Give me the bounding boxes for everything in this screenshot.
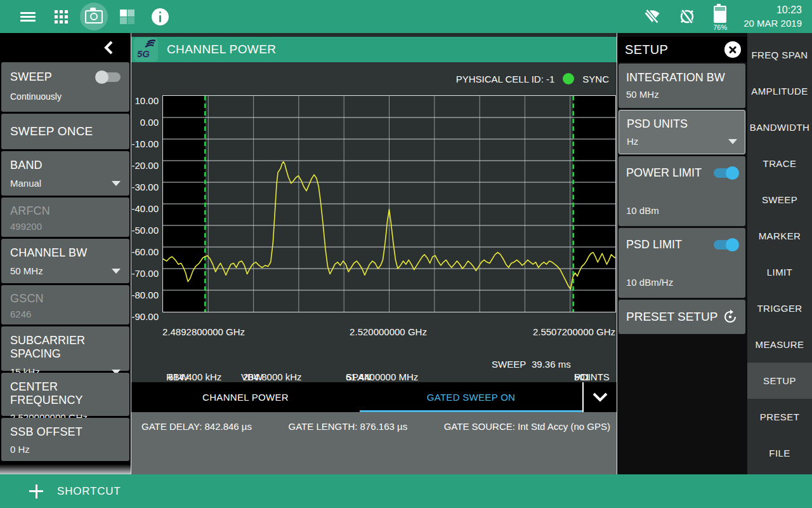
y-axis-labels: 10.000.00-10.00-20.00-30.00-40.00-50.00-… — [131, 95, 162, 311]
power-limit-field[interactable]: POWER LIMIT 10 dBm — [619, 156, 745, 226]
freq-center-label: 2.520000000 GHz — [350, 326, 427, 337]
band-dropdown[interactable]: BAND Manual — [1, 151, 129, 196]
arfcn-value: 499200 — [10, 221, 121, 232]
menu-item-marker[interactable]: MARKER — [747, 218, 812, 254]
close-icon[interactable] — [724, 41, 741, 58]
sync-label: SYNC — [582, 74, 609, 84]
page-title: CHANNEL POWER — [167, 43, 276, 57]
sidebar-item-sweep[interactable]: SWEEP Continuously — [1, 62, 129, 112]
sweep-mode: Continuously — [10, 91, 121, 102]
sweep-time-value: 39.36 ms — [532, 359, 571, 370]
hamburger-menu-icon[interactable] — [11, 0, 44, 33]
menu-item-file[interactable]: FILE — [747, 435, 812, 471]
subcarrier-spacing-dropdown[interactable]: SUBCARRIER SPACING 15 kHz — [1, 326, 129, 371]
menu-item-limit[interactable]: LIMIT — [747, 254, 812, 290]
gate-length: GATE LENGTH: 876.163 µs — [289, 421, 408, 432]
sync-status-icon — [563, 73, 574, 84]
battery-indicator: 76% — [713, 6, 727, 31]
center-frequency-field[interactable]: CENTER FREQUENCY 2.520000000 GHz — [1, 373, 129, 416]
sweep-once-button[interactable]: SWEEP ONCE — [1, 114, 129, 149]
psd-limit-value: 10 dBm/Hz — [626, 277, 673, 288]
y-tick-label: -80.00 — [131, 290, 159, 300]
chevron-down-icon — [112, 181, 121, 186]
y-tick-label: 0.00 — [140, 117, 159, 128]
ssb-offset-value: 0 Hz — [10, 444, 121, 455]
chevron-down-icon — [728, 139, 737, 144]
menu-item-sweep[interactable]: SWEEP — [747, 182, 812, 218]
y-tick-label: 10.00 — [134, 96, 159, 106]
sidebar-scroll-fade — [0, 464, 131, 474]
window-tiles-icon[interactable] — [110, 0, 143, 33]
tabs-expand-button[interactable] — [582, 382, 617, 412]
info-icon[interactable] — [143, 0, 176, 33]
top-status-bar: 76% 10:23 20 MAR 2019 — [0, 0, 812, 33]
clock: 10:23 20 MAR 2019 — [743, 4, 802, 29]
channel-bw-value: 50 MHz — [10, 265, 43, 276]
battery-percent: 76% — [713, 23, 727, 31]
chevron-left-icon — [102, 39, 115, 56]
screenshot-camera-icon[interactable] — [77, 0, 110, 33]
gate-info-bar: GATE DELAY: 842.846 µs GATE LENGTH: 876.… — [131, 412, 617, 474]
y-tick-label: -50.00 — [131, 225, 159, 236]
sidebar-collapse-button[interactable] — [0, 33, 131, 62]
power-limit-toggle[interactable] — [714, 168, 738, 178]
sync-off-icon[interactable] — [678, 7, 697, 26]
shortcut-label[interactable]: SHORTCUT — [57, 485, 121, 498]
5g-nr-icon: 5G — [134, 37, 158, 62]
integration-bw-field[interactable]: INTEGRATION BW 50 MHz — [619, 64, 745, 108]
menu-item-amplitude[interactable]: AMPLITUDE — [747, 73, 812, 109]
gscn-value: 6246 — [10, 309, 121, 319]
chevron-down-icon — [112, 269, 121, 274]
ssb-offset-field[interactable]: SSB OFFSET 0 Hz — [1, 418, 129, 461]
time: 10:23 — [743, 4, 802, 17]
measurement-panel: 5G CHANNEL POWER PYHSICAL CELL ID: -1 SY… — [131, 33, 617, 474]
chevron-down-icon — [592, 392, 608, 402]
preset-setup-button[interactable]: PRESET SETUP — [619, 300, 745, 334]
menu-item-setup[interactable]: SETUP — [747, 363, 812, 399]
menu-item-preset[interactable]: PRESET — [747, 399, 812, 435]
menu-item-bandwidth[interactable]: BANDWIDTH — [747, 109, 812, 145]
y-tick-label: -30.00 — [131, 182, 159, 192]
setup-panel: SETUP INTEGRATION BW 50 MHz PSD UNITS Hz… — [617, 33, 747, 474]
setup-panel-title: SETUP — [625, 43, 668, 57]
y-tick-label: -60.00 — [131, 247, 159, 257]
psd-units-value: Hz — [627, 136, 638, 147]
menu-item-measure[interactable]: MEASURE — [747, 326, 812, 363]
plus-icon[interactable] — [29, 485, 43, 498]
power-limit-value: 10 dBm — [626, 205, 659, 216]
freq-start-label: 2.4892800000 GHz — [162, 326, 245, 337]
band-value: Manual — [10, 178, 41, 189]
tab-gated-sweep[interactable]: GATED SWEEP ON — [360, 382, 582, 412]
function-menu: FREQ SPAN AMPLITUDE BANDWIDTH TRACE SWEE… — [747, 33, 812, 474]
rbw-readout: RBW 614.400 kHz — [166, 359, 168, 370]
spectrum-plot — [162, 95, 616, 312]
date: 20 MAR 2019 — [743, 17, 802, 30]
menu-item-trigger[interactable]: TRIGGER — [747, 290, 812, 326]
y-tick-label: -70.00 — [131, 269, 159, 279]
menu-item-trace[interactable]: TRACE — [747, 145, 812, 182]
wifi-off-icon[interactable] — [643, 8, 661, 25]
shortcut-bar: SHORTCUT — [0, 474, 812, 508]
sweep-time-label: SWEEP — [492, 359, 526, 370]
psd-limit-field[interactable]: PSD LIMIT 10 dBm/Hz — [619, 228, 745, 298]
gate-source: GATE SOURCE: Int Std Accy (no GPS) — [444, 421, 610, 432]
battery-icon — [714, 6, 726, 23]
y-tick-label: -40.00 — [131, 204, 159, 214]
psd-limit-toggle[interactable] — [714, 240, 738, 250]
sweep-label: SWEEP — [10, 70, 52, 84]
bottom-tabs: CHANNEL POWER GATED SWEEP ON — [131, 382, 617, 412]
menu-item-freq-span[interactable]: FREQ SPAN — [747, 37, 812, 73]
channel-bw-dropdown[interactable]: CHANNEL BW 50 MHz — [1, 239, 129, 283]
integration-bw-value: 50 MHz — [626, 89, 738, 100]
measurement-header: 5G CHANNEL POWER — [131, 37, 617, 62]
psd-units-dropdown[interactable]: PSD UNITS Hz — [619, 110, 745, 154]
sweep-toggle[interactable] — [96, 72, 121, 82]
spectrum-trace — [163, 96, 615, 312]
y-tick-label: -20.00 — [131, 161, 159, 171]
apps-grid-icon[interactable] — [44, 0, 77, 33]
tab-channel-power[interactable]: CHANNEL POWER — [131, 382, 360, 412]
gate-delay: GATE DELAY: 842.846 µs — [141, 421, 252, 432]
y-tick-label: -10.00 — [131, 139, 159, 149]
x-axis-labels: 2.4892800000 GHz 2.520000000 GHz 2.55072… — [131, 311, 617, 346]
signal-wing-icon — [143, 39, 156, 48]
